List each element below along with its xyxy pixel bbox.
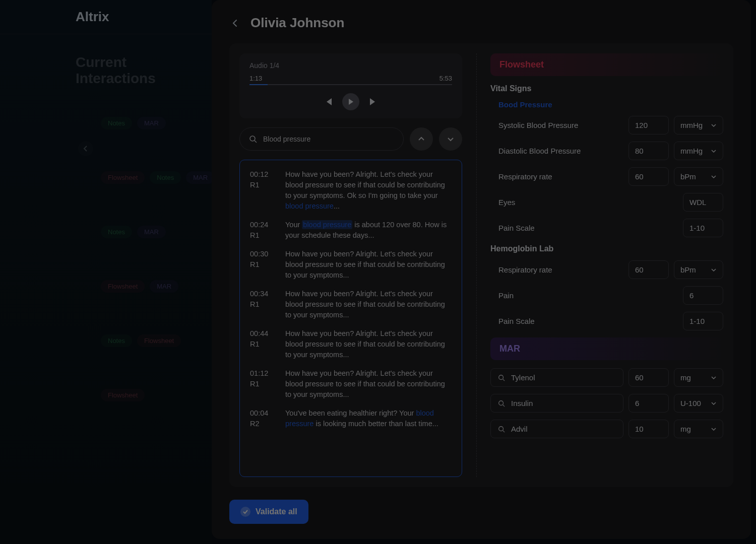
modal-overlay	[0, 0, 756, 544]
